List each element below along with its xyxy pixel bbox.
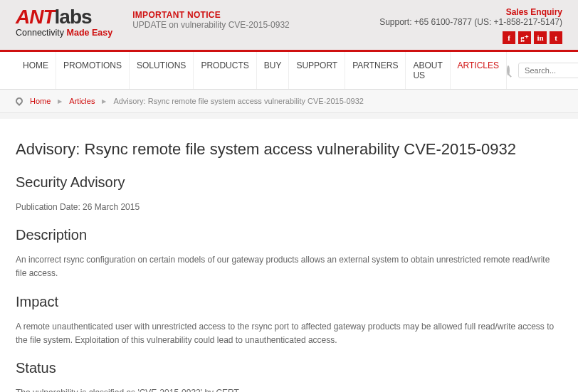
page-title: Advisory: Rsync remote file system acces… — [16, 140, 562, 159]
publication-date: Publication Date: 26 March 2015 — [16, 201, 562, 214]
logo[interactable]: ANTlabs Connectivity Made Easy — [16, 7, 112, 38]
pin-icon — [14, 96, 24, 106]
twitter-icon[interactable]: t — [550, 31, 562, 44]
nav-solutions[interactable]: SOLUTIONS — [130, 52, 194, 89]
crumb-current: Advisory: Rsync remote file system acces… — [113, 97, 364, 105]
sales-enquiry-link[interactable]: Sales Enquiry — [379, 7, 562, 17]
logo-block: ANTlabs Connectivity Made Easy IMPORTANT… — [16, 7, 290, 44]
nav-products[interactable]: PRODUCTS — [194, 52, 256, 89]
text-status: The vulnerability is classified as 'CVE-… — [16, 386, 562, 392]
breadcrumb: Home ▶ Articles ▶ Advisory: Rsync remote… — [0, 90, 578, 113]
nav-home[interactable]: HOME — [16, 52, 56, 89]
article-content: Advisory: Rsync remote file system acces… — [0, 119, 578, 392]
notice-block: IMPORTANT NOTICE UPDATE on vulnerability… — [132, 7, 290, 30]
heading-description: Description — [16, 227, 562, 243]
heading-status: Status — [16, 360, 562, 376]
nav-buy[interactable]: BUY — [257, 52, 290, 89]
logo-tagline: Connectivity Made Easy — [16, 28, 112, 38]
crumb-articles[interactable]: Articles — [69, 97, 95, 105]
nav-partners[interactable]: PARTNERS — [345, 52, 406, 89]
notice-title: IMPORTANT NOTICE — [132, 10, 290, 20]
chevron-right-icon: ▶ — [58, 98, 62, 105]
logo-labs: labs — [55, 6, 92, 28]
nav-promotions[interactable]: PROMOTIONS — [56, 52, 130, 89]
text-impact: A remote unauthenticated user with unres… — [16, 320, 562, 347]
linkedin-icon[interactable]: in — [534, 31, 547, 44]
support-phone: Support: +65 6100-7877 (US: +1-858-217-5… — [379, 17, 562, 27]
notice-link[interactable]: UPDATE on vulnerability CVE-2015-0932 — [132, 20, 290, 30]
main-nav: HOME PROMOTIONS SOLUTIONS PRODUCTS BUY S… — [0, 52, 578, 90]
text-description: An incorrect rsync configuration on cert… — [16, 253, 562, 280]
search-icon[interactable] — [507, 65, 510, 75]
nav-support[interactable]: SUPPORT — [289, 52, 345, 89]
nav-articles[interactable]: ARTICLES — [451, 52, 507, 89]
crumb-home[interactable]: Home — [30, 97, 51, 105]
googleplus-icon[interactable]: g⁺ — [518, 31, 531, 44]
facebook-icon[interactable]: f — [503, 31, 515, 44]
chevron-right-icon: ▶ — [102, 98, 106, 105]
nav-about[interactable]: ABOUT US — [406, 52, 450, 89]
social-icons: f g⁺ in t — [379, 31, 562, 44]
top-bar: ANTlabs Connectivity Made Easy IMPORTANT… — [0, 0, 578, 52]
heading-impact: Impact — [16, 294, 562, 310]
contact-block: Sales Enquiry Support: +65 6100-7877 (US… — [379, 7, 562, 44]
logo-ant: ANT — [16, 6, 55, 28]
search-input[interactable] — [518, 63, 578, 78]
heading-advisory: Security Advisory — [16, 174, 562, 191]
